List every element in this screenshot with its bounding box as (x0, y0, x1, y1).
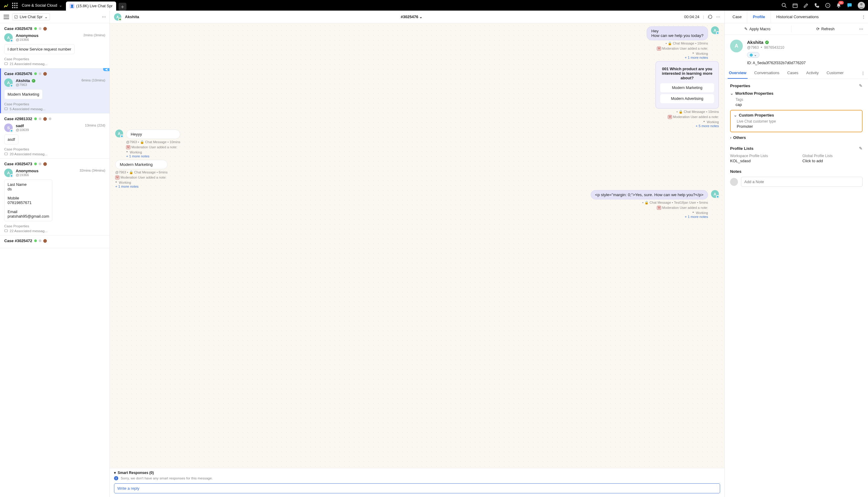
notifications-icon[interactable]: 55 (836, 3, 841, 8)
edit-icon[interactable]: ✎ (859, 83, 863, 88)
calendar-icon[interactable] (792, 3, 798, 8)
apply-macro-button[interactable]: ✎Apply Macro (744, 27, 770, 31)
svg-rect-28 (4, 230, 8, 232)
associated-messages[interactable]: 22 Associated messag... (4, 229, 105, 233)
case-item[interactable]: Case #3025476AAkshita✓@79636mins (10mins… (0, 68, 109, 114)
workflow-toggle[interactable]: ⌄Workflow Properties (730, 91, 863, 96)
add-tab-button[interactable]: ＋ (119, 3, 127, 11)
edit-icon[interactable]: ✎ (859, 146, 863, 151)
smart-responses-toggle[interactable]: ▾Smart Responses (0) (114, 471, 720, 475)
tab-strip: 👤 (15.8K) Live Chat Spr ＋ (66, 0, 127, 11)
details-tabs: Case Profile Historical Conversations ⋮ (725, 11, 868, 23)
tab-live-chat[interactable]: 👤 (15.8K) Live Chat Spr (66, 1, 116, 11)
question-option[interactable]: Modern Marketing (660, 83, 714, 92)
refresh-button[interactable]: ⟳Refresh (816, 27, 835, 31)
details-panel: Case Profile Historical Conversations ⋮ … (724, 11, 868, 497)
case-title: Case #3025472 (4, 239, 32, 243)
custom-key: Live Chat customer type (737, 119, 859, 124)
moderation-note: M Moderation User added a note: (115, 175, 167, 180)
brand-name[interactable]: Core & Social Cloud (22, 3, 57, 8)
apps-grid-icon[interactable] (12, 3, 17, 8)
edit-icon[interactable] (803, 3, 809, 8)
message-meta: @7963 • 🔒 Chat Message • 6mins (115, 170, 167, 174)
subtab-customer[interactable]: Customer (825, 68, 845, 79)
more-notes-link[interactable]: + 1 more notes (126, 154, 180, 158)
notification-count-badge: 55 (838, 1, 844, 4)
custom-properties-highlight: ⌄Custom Properties Live Chat customer ty… (730, 110, 863, 132)
case-number-dropdown[interactable]: #3025476⌄ (401, 15, 423, 19)
phone-icon[interactable] (814, 3, 820, 8)
case-list: Case #3025478AAnonymous@193662mins (3min… (0, 23, 109, 497)
more-notes-link[interactable]: + 1 more notes (685, 56, 708, 59)
associated-messages[interactable]: 5 Associated messag... (4, 107, 105, 111)
more-notes-link[interactable]: + 5 more notes (696, 124, 719, 128)
case-item[interactable]: Case #3025472 (0, 236, 109, 248)
workspace-lists-value: KOL_sdasd (730, 159, 790, 163)
moderation-note: M Moderation User added a note: (668, 115, 719, 119)
brand-chevron-icon[interactable]: ⌄ (59, 3, 62, 8)
case-item[interactable]: Case #3025478AAnonymous@193662mins (3min… (0, 23, 109, 68)
user-handle: @10639 (16, 128, 29, 132)
message-preview: Last Name ds Mobile 07819857671 Email pr… (4, 180, 52, 221)
question-option[interactable]: Modern Advertising (660, 94, 714, 103)
tab-case[interactable]: Case (727, 11, 747, 23)
caret-down-icon: ▾ (114, 471, 116, 475)
others-toggle[interactable]: ›Others (730, 135, 863, 140)
add-note-input[interactable] (741, 177, 863, 187)
associated-messages[interactable]: 21 Associated messag... (4, 62, 105, 66)
column-selector[interactable]: Live Chat Spr ⌄ (12, 13, 50, 20)
user-name: Akshita (16, 79, 30, 83)
message-meta: • 🔒 Chat Message • 10mins (666, 41, 708, 45)
svg-rect-4 (14, 5, 15, 6)
chat-bubble-icon[interactable] (847, 3, 852, 8)
custom-value: Promoter (737, 124, 859, 129)
section-title: Notes (730, 169, 741, 174)
svg-point-23 (11, 85, 12, 87)
custom-toggle[interactable]: ⌄Custom Properties (734, 113, 859, 117)
case-item[interactable]: Case #3025473AAnonymous@1936632mins (34m… (0, 159, 109, 236)
more-icon[interactable]: ⋯ (716, 15, 720, 19)
svg-point-21 (11, 40, 12, 41)
svg-point-32 (717, 196, 719, 198)
message-row: AHeyyy@7963 • 🔒 Chat Message • 10minsM M… (115, 130, 719, 158)
message-row: Modern Marketing@7963 • 🔒 Chat Message •… (115, 160, 719, 188)
more-icon[interactable]: ⋯ (102, 15, 106, 19)
message-meta: • 🔒 Chat Message • 10mins (677, 110, 719, 114)
more-notes-link[interactable]: + 1 more notes (115, 185, 167, 188)
tab-historical[interactable]: Historical Conversations (771, 11, 824, 23)
note-text: ❝ Working (115, 181, 167, 185)
refresh-icon[interactable] (708, 15, 712, 19)
user-name: sadf (16, 124, 24, 128)
user-handle: @7963 (16, 83, 35, 87)
message-row: <p style="margin: 0;">Yes, sure. How can… (115, 190, 719, 218)
subtab-conversations[interactable]: Conversations (753, 68, 781, 79)
subtab-overview[interactable]: Overview (728, 68, 748, 79)
search-icon[interactable] (781, 3, 787, 8)
svg-rect-1 (14, 3, 15, 4)
more-icon[interactable]: ⋮ (861, 71, 865, 75)
help-icon[interactable]: ? (825, 3, 830, 8)
tab-profile[interactable]: Profile (747, 11, 770, 23)
subtab-activity[interactable]: Activity (805, 68, 820, 79)
more-notes-link[interactable]: + 1 more notes (685, 215, 708, 218)
message-meta: • 🔒 Chat Message • Test18jan User • 5min… (642, 201, 708, 204)
svg-point-30 (717, 32, 719, 34)
more-icon[interactable]: ⋯ (859, 27, 863, 31)
details-toolbar: ✎Apply Macro ⟳Refresh ⋯ (725, 23, 868, 35)
info-icon: i (114, 476, 118, 480)
svg-point-15 (838, 7, 839, 8)
participant-name: Akshita (125, 15, 139, 19)
user-avatar[interactable] (858, 2, 865, 9)
associated-messages[interactable]: 20 Associated messag... (4, 152, 105, 156)
channel-chip[interactable]: ⌄ (747, 52, 760, 58)
svg-rect-24 (4, 108, 8, 110)
section-title: Properties (730, 84, 750, 88)
user-handle: @19366 (16, 38, 39, 41)
subtab-cases[interactable]: Cases (786, 68, 800, 79)
smart-responses-info: iSorry, we don't have any smart response… (114, 476, 720, 480)
menu-icon[interactable] (4, 15, 9, 19)
more-icon[interactable]: ⋮ (862, 15, 866, 19)
case-item[interactable]: Case #2981332Ssadf@1063913mins (22d)asdf… (0, 114, 109, 159)
reply-input[interactable]: Write a reply (114, 483, 720, 493)
global-lists-value[interactable]: Click to add (803, 159, 863, 163)
